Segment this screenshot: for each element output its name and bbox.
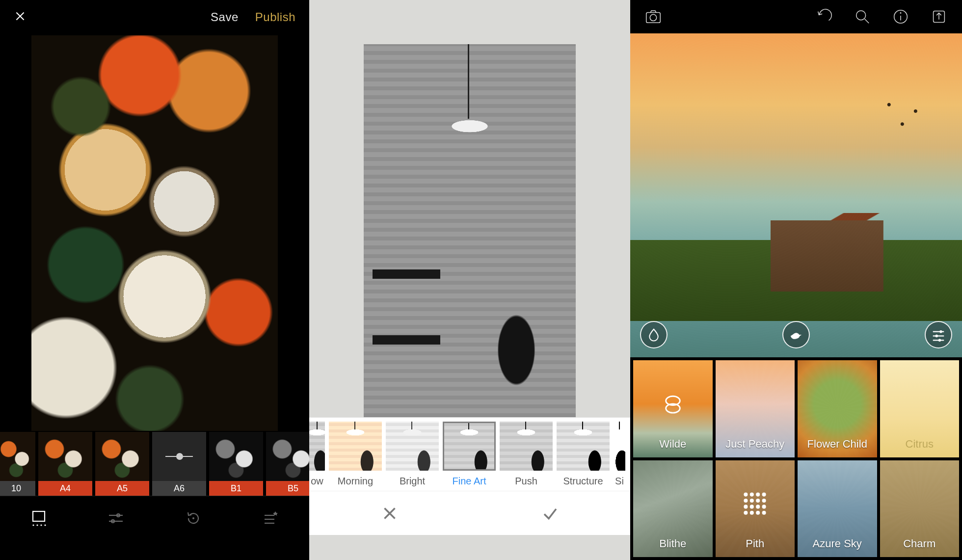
svg-point-36 [756,499,760,503]
look-tile[interactable]: Morning [329,422,382,487]
svg-point-38 [744,505,748,509]
undo-icon[interactable] [814,6,834,27]
close-icon[interactable] [14,10,27,25]
svg-point-42 [744,511,748,515]
look-tile[interactable]: Push [500,422,553,487]
bird-tool-icon[interactable] [782,321,810,348]
texture-label: Blithe [659,537,686,550]
texture-grid: WildeJust PeachyFlower ChildCitrusBlithe… [630,357,962,560]
preview-canvas[interactable] [309,44,630,417]
texture-label: Citrus [906,438,934,451]
bottom-toolbar [0,496,309,540]
preset-tile[interactable]: B5 [266,432,309,496]
svg-point-14 [650,14,656,21]
svg-point-9 [192,517,194,519]
dot-grid-icon [740,488,770,522]
snapseed-looks-screen: owMorningBrightFine ArtPushStructureSi [309,0,630,560]
texture-tile[interactable]: Just Peachy [716,360,795,457]
svg-point-44 [756,511,760,515]
texture-label: Azure Sky [813,537,862,550]
top-actions [814,6,949,27]
svg-point-43 [750,511,754,515]
preset-label: B1 [209,481,263,496]
search-icon[interactable] [852,6,873,27]
look-tile[interactable]: Si [614,422,625,487]
preset-label: A5 [95,481,149,496]
texture-tile[interactable]: Flower Child [798,360,877,457]
look-label: ow [309,471,325,487]
look-tile[interactable]: Fine Art [443,422,496,487]
texture-label: Flower Child [807,438,867,451]
top-spacer [309,0,630,44]
preset-tile[interactable]: A5 [95,432,149,496]
photo-preview [364,44,576,417]
texture-label: Charm [903,537,935,550]
top-actions: Save Publish [211,10,295,24]
preset-strip[interactable]: 10A4A5A6B1B5C [0,432,309,496]
look-label: Morning [329,471,382,487]
preset-tile[interactable]: A4 [38,432,92,496]
look-label: Push [500,471,553,487]
top-bar: Save Publish [0,0,309,34]
texture-tile[interactable]: Citrus [880,360,960,457]
presets-tab[interactable] [27,507,51,530]
svg-line-16 [865,19,869,24]
cancel-icon[interactable] [377,501,402,526]
texture-tile[interactable]: Azure Sky [798,460,877,558]
export-icon[interactable] [929,6,949,27]
preset-intensity-tile[interactable]: A6 [152,432,206,496]
preview-canvas[interactable] [0,34,309,432]
svg-point-35 [750,499,754,503]
look-tile[interactable]: Structure [557,422,610,487]
save-button[interactable]: Save [211,10,239,24]
preset-tile[interactable]: 10 [0,432,35,496]
svg-point-25 [935,335,938,338]
drop-tool-icon[interactable] [640,321,668,348]
texture-app-screen: WildeJust PeachyFlower ChildCitrusBlithe… [630,0,962,560]
preview-canvas[interactable] [630,33,962,357]
texture-tile[interactable]: Charm [880,460,960,558]
vsco-editor-screen: Save Publish 10A4A5A6B1B5C [0,0,309,560]
preset-label: A4 [38,481,92,496]
look-label: Structure [557,471,610,487]
svg-rect-0 [33,511,45,521]
texture-label: Wilde [659,438,686,451]
camera-icon[interactable] [643,6,664,27]
confirm-bar [309,491,630,535]
svg-point-2 [36,524,38,526]
apply-icon[interactable] [538,501,562,526]
svg-point-19 [900,12,902,14]
publish-button[interactable]: Publish [255,10,295,24]
svg-point-23 [939,330,942,333]
preset-label: B5 [266,481,309,496]
texture-row: BlithePithAzure SkyCharm [633,460,959,558]
recipes-tab[interactable] [259,507,282,530]
look-label: Bright [386,471,439,487]
svg-point-1 [32,524,34,526]
svg-point-34 [744,499,748,503]
texture-tile[interactable]: Wilde [633,360,713,457]
looks-strip[interactable]: owMorningBrightFine ArtPushStructureSi [309,417,630,491]
texture-tile[interactable]: Blithe [633,460,713,558]
svg-point-4 [44,524,46,526]
svg-point-37 [762,499,766,503]
look-tile[interactable]: Bright [386,422,439,487]
look-label: Si [614,471,625,487]
preset-label: 10 [0,481,35,496]
svg-point-3 [40,524,42,526]
history-tab[interactable] [182,507,205,530]
rings-icon [660,392,686,420]
info-icon[interactable] [890,6,911,27]
preset-tile[interactable]: B1 [209,432,263,496]
preset-label: A6 [152,481,206,496]
texture-label: Pith [746,537,764,550]
svg-point-31 [750,493,754,497]
adjust-tab[interactable] [104,507,128,530]
texture-label: Just Peachy [725,438,784,451]
texture-tile[interactable]: Pith [716,460,795,558]
sliders-tool-icon[interactable] [925,321,952,348]
look-tile[interactable]: ow [309,422,325,487]
svg-point-45 [762,511,766,515]
texture-row: WildeJust PeachyFlower ChildCitrus [633,360,959,457]
svg-point-39 [750,505,754,509]
